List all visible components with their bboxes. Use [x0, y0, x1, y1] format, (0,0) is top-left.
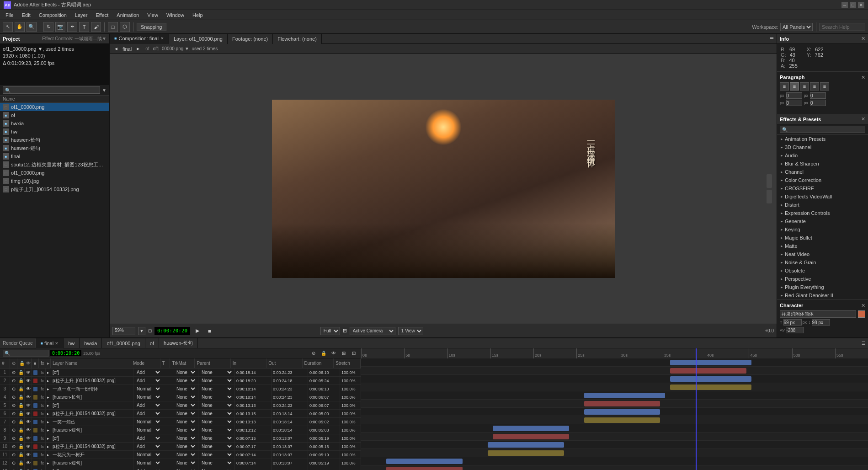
layer-vis-btn[interactable]: 👁 [25, 443, 32, 451]
layer-parent-select[interactable]: None [198, 451, 235, 459]
effect-category-item[interactable]: ▸Generate [777, 217, 868, 225]
tab-comp-close[interactable]: ✕ [160, 36, 164, 41]
layer-row[interactable]: 6 ⊙ 🔒 👁 fx ▸ p粒子上升_[00154-00332].png] No… [0, 410, 361, 418]
layer-expand-btn[interactable]: ▸ [46, 426, 51, 434]
tab-final-close[interactable]: ✕ [55, 341, 59, 346]
layer-mode-select[interactable]: NormalAddScreenMultiplyOverlay [133, 434, 163, 443]
trk-mat-dropdown[interactable]: None [175, 394, 197, 400]
layer-trk-btn[interactable] [163, 434, 173, 443]
align-left-btn[interactable]: ≡ [780, 82, 789, 91]
parent-dropdown[interactable]: None [200, 468, 233, 470]
layer-lock-btn[interactable]: 🔒 [17, 377, 25, 385]
clone-tool[interactable]: ⬡ [120, 22, 130, 32]
leading-input[interactable] [812, 319, 830, 326]
comp-nav-prev[interactable]: ◄ [112, 45, 120, 53]
layer-parent-select[interactable]: None [198, 369, 235, 377]
layer-mode-select[interactable]: NormalAddScreenMultiplyOverlay [133, 401, 163, 410]
layer-lock-btn[interactable]: 🔒 [17, 385, 25, 393]
layer-row[interactable]: 10 ⊙ 🔒 👁 fx ▸ p粒子上升_[00154-00332].png] N… [0, 443, 361, 451]
text-tool[interactable]: T [79, 22, 89, 32]
layer-vis-btn[interactable]: 👁 [25, 369, 32, 377]
keyframe-bar[interactable] [488, 442, 564, 448]
keyframe-bar[interactable] [670, 385, 751, 390]
trk-mat-dropdown[interactable]: None [175, 411, 197, 417]
mode-dropdown[interactable]: NormalAddScreenMultiplyOverlay [135, 419, 161, 425]
parent-dropdown[interactable]: None [200, 427, 233, 433]
layer-trk-mat-select[interactable]: None [173, 443, 198, 451]
project-item[interactable]: ■hwxia [0, 119, 109, 128]
trk-mat-dropdown[interactable]: None [175, 468, 197, 470]
layer-parent-select[interactable]: None [198, 410, 235, 418]
tab-flowchart[interactable]: Flowchart: (none) [273, 34, 322, 44]
layer-row[interactable]: 12 ⊙ 🔒 👁 fx ▸ [huawen-短句] NormalAddScree… [0, 459, 361, 467]
minimize-button[interactable]: ─ [841, 2, 848, 8]
parent-dropdown[interactable]: None [200, 460, 233, 466]
trk-mat-dropdown[interactable]: None [175, 435, 197, 441]
font-name-input[interactable] [780, 310, 856, 318]
layer-trk-btn[interactable] [163, 418, 173, 426]
effect-category-item[interactable]: ▸Magic Bullet [777, 234, 868, 242]
select-tool[interactable]: ↖ [3, 22, 13, 32]
menu-effect[interactable]: Effect [92, 11, 112, 19]
font-color-swatch[interactable] [858, 310, 865, 318]
keyframe-bar[interactable] [584, 417, 660, 423]
tl-btn-live[interactable]: ⊡ [350, 349, 358, 358]
timeline-search-input[interactable] [3, 350, 48, 357]
paragraph-close[interactable]: ✕ [861, 75, 865, 80]
layer-solo-btn[interactable]: ⊙ [10, 459, 17, 467]
layer-expand-btn[interactable]: ▸ [46, 451, 51, 459]
layer-expand-btn[interactable]: ▸ [46, 385, 51, 393]
justify-btn[interactable]: ≡ [810, 82, 819, 91]
rotate-tool[interactable]: ↻ [43, 22, 53, 32]
layer-mode-select[interactable]: NormalAddScreenMultiplyOverlay [133, 426, 163, 434]
effect-category-item[interactable]: ▸Matte [777, 242, 868, 250]
layer-row[interactable]: 11 ⊙ 🔒 👁 fx ▸ 一花只为一树开 NormalAddScreenMul… [0, 451, 361, 459]
layer-lock-btn[interactable]: 🔒 [17, 369, 25, 377]
layer-solo-btn[interactable]: ⊙ [10, 443, 17, 451]
project-item[interactable]: ■hw [0, 128, 109, 136]
layer-parent-select[interactable]: None [198, 385, 235, 393]
tracking-input[interactable] [786, 327, 804, 333]
project-search-input[interactable] [3, 86, 100, 94]
layer-color-swatch[interactable] [32, 410, 39, 418]
layer-vis-btn[interactable]: 👁 [25, 401, 32, 410]
keyframe-bar[interactable] [488, 450, 564, 456]
layer-mode-select[interactable]: NormalAddScreenMultiplyOverlay [133, 410, 163, 418]
timeline-panel-menu[interactable]: ☰ [859, 341, 868, 346]
project-file-list[interactable]: □of1_00000.png■of■hwxia■hw■huawen-长句■hua… [0, 103, 109, 337]
layer-trk-btn[interactable] [163, 369, 173, 377]
parent-dropdown[interactable]: None [200, 369, 233, 375]
project-item[interactable]: ■huawen-长句 [0, 136, 109, 144]
layer-expand-btn[interactable]: ▸ [46, 377, 51, 385]
layer-trk-btn[interactable] [163, 377, 173, 385]
close-button[interactable]: ✕ [858, 2, 864, 8]
effect-category-item[interactable]: ▸Red Giant Denoiser II [777, 291, 868, 299]
layer-parent-select[interactable]: None [198, 459, 235, 467]
effect-category-item[interactable]: ▸Blur & Sharpen [777, 160, 868, 168]
layer-trk-mat-select[interactable]: None [173, 385, 198, 393]
layer-solo-btn[interactable]: ⊙ [10, 426, 17, 434]
layer-trk-btn[interactable] [163, 451, 173, 459]
layer-lock-btn[interactable]: 🔒 [17, 393, 25, 401]
render-queue-tab[interactable]: Render Queue [0, 341, 36, 346]
layer-mode-select[interactable]: NormalAddScreenMultiplyOverlay [133, 393, 163, 401]
timeline-tab-huawen[interactable]: huawen-长句 [159, 338, 198, 348]
character-close[interactable]: ✕ [861, 303, 865, 309]
pen-tool[interactable]: ✒ [67, 22, 77, 32]
mode-dropdown[interactable]: NormalAddScreenMultiplyOverlay [135, 411, 161, 417]
mode-dropdown[interactable]: NormalAddScreenMultiplyOverlay [135, 394, 161, 400]
keyframe-bar[interactable] [386, 467, 462, 470]
effects-search-input[interactable] [780, 126, 865, 133]
parent-dropdown[interactable]: None [200, 386, 233, 392]
layer-vis-btn[interactable]: 👁 [25, 434, 32, 443]
project-item[interactable]: ■huawen-短句 [0, 144, 109, 152]
comp-viewer[interactable]: 一点一点一滴一份情怀 [110, 54, 777, 324]
tl-btn-solo[interactable]: ⊙ [309, 349, 318, 358]
mode-dropdown[interactable]: NormalAddScreenMultiplyOverlay [135, 386, 161, 392]
snapping-button[interactable]: Snapping [137, 23, 166, 31]
layer-trk-mat-select[interactable]: None [173, 434, 198, 443]
effect-category-item[interactable]: ▸Animation Presets [777, 135, 868, 143]
keyframe-area[interactable] [361, 358, 868, 470]
layer-expand-btn[interactable]: ▸ [46, 410, 51, 418]
hand-tool[interactable]: ✋ [15, 22, 25, 32]
